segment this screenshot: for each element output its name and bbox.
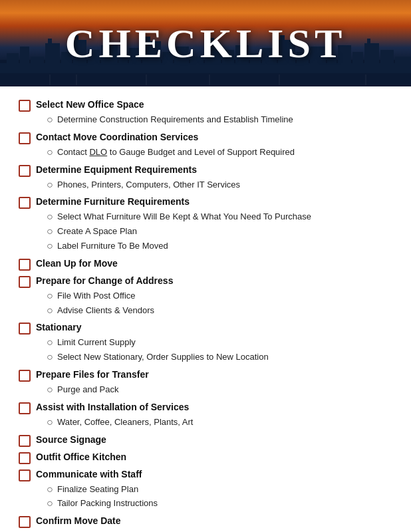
svg-rect-33 xyxy=(367,39,370,44)
svg-rect-35 xyxy=(395,57,411,63)
item-row: Source Signage xyxy=(19,434,392,447)
sub-items-list: ○Purge and Pack xyxy=(47,383,392,397)
content-area: Select New Office Space○Determine Constr… xyxy=(0,86,411,532)
checklist-item: Determine Furniture Requirements○Select … xyxy=(19,196,392,253)
checklist-item: Stationary○Limit Current Supply○Select N… xyxy=(19,321,392,364)
item-row: Confirm Move Date xyxy=(19,515,392,528)
item-row: Outfit Office Kitchen xyxy=(19,451,392,464)
item-row: Determine Furniture Requirements xyxy=(19,196,392,209)
sub-bullet-icon: ○ xyxy=(47,289,53,303)
svg-rect-3 xyxy=(20,47,29,63)
sub-bullet-icon: ○ xyxy=(47,146,53,160)
checklist-item: Outfit Office Kitchen xyxy=(19,451,392,464)
sub-item: ○Limit Current Supply xyxy=(47,336,392,350)
sub-bullet-icon: ○ xyxy=(47,225,53,239)
sub-items-list: ○Reserve Elevators and Inform Building S… xyxy=(47,529,392,532)
sub-item-label: Contact DLO to Gauge Budget and Level of… xyxy=(57,146,295,159)
checklist-item: Clean Up for Move xyxy=(19,257,392,271)
checkbox[interactable] xyxy=(19,323,31,334)
checkbox[interactable] xyxy=(19,132,31,144)
dlo-underline: DLO xyxy=(89,147,107,157)
checkbox[interactable] xyxy=(19,516,31,528)
checkbox[interactable] xyxy=(19,100,31,112)
sub-bullet-icon: ○ xyxy=(47,497,53,511)
item-label: Contact Move Coordination Services xyxy=(36,131,198,144)
sub-bullet-icon: ○ xyxy=(47,416,53,430)
sub-item-label: Water, Coffee, Cleaners, Plants, Art xyxy=(57,416,193,429)
checkbox[interactable] xyxy=(19,370,31,382)
sub-item: ○Determine Construction Requirements and… xyxy=(47,113,392,127)
svg-rect-34 xyxy=(380,50,394,63)
sub-item-label: Advise Clients & Vendors xyxy=(57,304,154,317)
sub-item: ○Contact DLO to Gauge Budget and Level o… xyxy=(47,146,392,160)
sub-item: ○Select New Stationary, Order Supplies t… xyxy=(47,350,392,364)
item-row: Communicate with Staff xyxy=(19,468,392,481)
item-label: Determine Equipment Requirements xyxy=(36,164,197,177)
sub-items-list: ○Water, Coffee, Cleaners, Plants, Art xyxy=(47,416,392,430)
sub-item-label: Label Furniture To Be Moved xyxy=(57,239,168,253)
checklist-item: Confirm Move Date○Reserve Elevators and … xyxy=(19,515,392,532)
sub-item: ○Select What Furniture Will Be Kept & Wh… xyxy=(47,210,392,224)
sub-item-label: Tailor Packing Instructions xyxy=(57,497,158,510)
sub-item-label: Phones, Printers, Computers, Other IT Se… xyxy=(57,178,240,192)
checkbox[interactable] xyxy=(19,452,31,464)
sub-item: ○Finalize Seating Plan xyxy=(47,483,392,497)
checkbox[interactable] xyxy=(19,402,31,414)
item-label: Prepare Files for Transfer xyxy=(36,368,149,382)
checkbox[interactable] xyxy=(19,469,31,481)
sub-bullet-icon: ○ xyxy=(47,350,53,364)
item-row: Stationary xyxy=(19,321,392,334)
sub-item-label: Finalize Seating Plan xyxy=(57,483,138,496)
sub-item-label: Create A Space Plan xyxy=(57,225,137,238)
item-label: Stationary xyxy=(36,321,81,334)
item-label: Assist with Installation of Services xyxy=(36,401,189,414)
sub-item-label: Select What Furniture Will Be Kept & Wha… xyxy=(57,210,311,223)
sub-item-label: Limit Current Supply xyxy=(57,336,136,349)
item-label: Prepare for Change of Address xyxy=(36,275,173,288)
sub-item-label: Reserve Elevators and Inform Building St… xyxy=(57,529,225,532)
item-label: Clean Up for Move xyxy=(36,257,118,271)
sub-item: ○Water, Coffee, Cleaners, Plants, Art xyxy=(47,416,392,430)
sub-item: ○Create A Space Plan xyxy=(47,225,392,239)
header: CHECKLIST xyxy=(0,0,411,86)
sub-bullet-icon: ○ xyxy=(47,336,53,350)
sub-item-label: File With Post Office xyxy=(57,289,136,303)
sub-items-list: ○File With Post Office○Advise Clients & … xyxy=(47,289,392,318)
sub-bullet-icon: ○ xyxy=(47,210,53,224)
svg-rect-32 xyxy=(364,43,379,63)
sub-item: ○Phones, Printers, Computers, Other IT S… xyxy=(47,178,392,192)
checkbox[interactable] xyxy=(19,276,31,288)
checkbox[interactable] xyxy=(19,259,31,271)
checklist: Select New Office Space○Determine Constr… xyxy=(19,98,392,532)
item-label: Communicate with Staff xyxy=(36,468,142,481)
sub-items-list: ○Select What Furniture Will Be Kept & Wh… xyxy=(47,210,392,253)
sub-item: ○File With Post Office xyxy=(47,289,392,303)
checklist-item: Select New Office Space○Determine Constr… xyxy=(19,98,392,127)
checklist-item: Prepare Files for Transfer○Purge and Pac… xyxy=(19,368,392,397)
item-label: Determine Furniture Requirements xyxy=(36,196,190,209)
item-label: Source Signage xyxy=(36,434,106,447)
checkbox[interactable] xyxy=(19,165,31,177)
sub-item-label: Determine Construction Requirements and … xyxy=(57,113,293,126)
sub-bullet-icon: ○ xyxy=(47,383,53,397)
sub-item-label: Purge and Pack xyxy=(57,383,119,396)
item-row: Assist with Installation of Services xyxy=(19,401,392,414)
sub-bullet-icon: ○ xyxy=(47,483,53,497)
svg-rect-5 xyxy=(45,43,60,63)
item-row: Clean Up for Move xyxy=(19,257,392,271)
sub-item: ○Purge and Pack xyxy=(47,383,392,397)
svg-rect-36 xyxy=(0,73,411,86)
sub-items-list: ○Phones, Printers, Computers, Other IT S… xyxy=(47,178,392,192)
checkbox[interactable] xyxy=(19,197,31,209)
checkbox[interactable] xyxy=(19,435,31,447)
sub-bullet-icon: ○ xyxy=(47,529,53,532)
sub-bullet-icon: ○ xyxy=(47,113,53,127)
svg-rect-31 xyxy=(352,52,363,63)
item-row: Select New Office Space xyxy=(19,98,392,112)
item-row: Determine Equipment Requirements xyxy=(19,164,392,177)
sub-item-label: Select New Stationary, Order Supplies to… xyxy=(57,350,269,364)
checklist-item: Contact Move Coordination Services○Conta… xyxy=(19,131,392,160)
sub-bullet-icon: ○ xyxy=(47,304,53,318)
sub-items-list: ○Finalize Seating Plan○Tailor Packing In… xyxy=(47,483,392,511)
item-row: Prepare for Change of Address xyxy=(19,275,392,288)
